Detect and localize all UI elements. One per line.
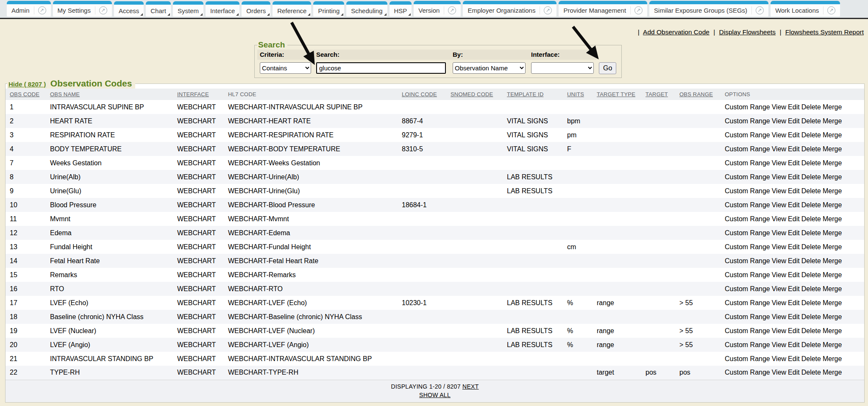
custom-range-link[interactable]: Custom Range <box>725 257 770 264</box>
merge-link[interactable]: Merge <box>823 131 842 139</box>
custom-range-link[interactable]: Custom Range <box>725 341 770 348</box>
custom-range-link[interactable]: Custom Range <box>725 145 770 153</box>
edit-link[interactable]: Edit <box>788 369 800 376</box>
custom-range-link[interactable]: Custom Range <box>725 369 770 376</box>
open-new-window-icon[interactable]: ↗ <box>38 6 46 14</box>
view-link[interactable]: View <box>772 131 786 139</box>
tab-orders[interactable]: Orders <box>242 1 270 17</box>
view-link[interactable]: View <box>772 355 786 362</box>
tab-similar-exposure-groups-segs[interactable]: Similar Exposure Groups (SEGs)↗ <box>649 1 768 17</box>
column-header-label-obs-name[interactable]: OBS NAME <box>50 91 80 97</box>
edit-link[interactable]: Edit <box>788 145 800 153</box>
delete-link[interactable]: Delete <box>801 285 821 292</box>
view-link[interactable]: View <box>772 327 786 334</box>
edit-link[interactable]: Edit <box>788 173 800 181</box>
tab-my-settings[interactable]: My Settings↗ <box>53 1 112 17</box>
hide-count-link[interactable]: Hide ( 8207 ) <box>8 81 46 88</box>
merge-link[interactable]: Merge <box>823 257 842 264</box>
delete-link[interactable]: Delete <box>801 271 821 278</box>
view-link[interactable]: View <box>772 159 786 167</box>
view-link[interactable]: View <box>772 201 786 209</box>
criteria-select[interactable]: Contains <box>260 62 311 74</box>
custom-range-link[interactable]: Custom Range <box>725 355 770 362</box>
delete-link[interactable]: Delete <box>801 257 821 264</box>
edit-link[interactable]: Edit <box>788 313 800 320</box>
view-link[interactable]: View <box>772 117 786 125</box>
column-header-label-obs-range[interactable]: OBS RANGE <box>679 91 713 97</box>
column-header-label-target[interactable]: TARGET <box>645 91 668 97</box>
delete-link[interactable]: Delete <box>801 243 821 250</box>
open-new-window-icon[interactable]: ↗ <box>827 6 835 14</box>
custom-range-link[interactable]: Custom Range <box>725 285 770 292</box>
edit-link[interactable]: Edit <box>788 103 800 111</box>
merge-link[interactable]: Merge <box>823 313 842 320</box>
custom-range-link[interactable]: Custom Range <box>725 215 770 222</box>
merge-link[interactable]: Merge <box>823 145 842 153</box>
delete-link[interactable]: Delete <box>801 369 821 376</box>
edit-link[interactable]: Edit <box>788 299 800 306</box>
open-new-window-icon[interactable]: ↗ <box>448 6 456 14</box>
tab-chart[interactable]: Chart <box>146 1 171 17</box>
search-input[interactable] <box>316 62 446 74</box>
tab-interface[interactable]: Interface <box>206 1 239 17</box>
column-header-label-interface[interactable]: INTERFACE <box>177 91 209 97</box>
view-link[interactable]: View <box>772 257 786 264</box>
view-link[interactable]: View <box>772 103 786 111</box>
open-new-window-icon[interactable]: ↗ <box>544 6 552 14</box>
merge-link[interactable]: Merge <box>823 243 842 250</box>
view-link[interactable]: View <box>772 215 786 222</box>
delete-link[interactable]: Delete <box>801 145 821 153</box>
merge-link[interactable]: Merge <box>823 159 842 167</box>
custom-range-link[interactable]: Custom Range <box>725 299 770 306</box>
edit-link[interactable]: Edit <box>788 187 800 195</box>
column-header-label-template-id[interactable]: TEMPLATE ID <box>507 91 543 97</box>
flowsheets-system-report-link[interactable]: Flowsheets System Report <box>785 28 864 36</box>
tab-printing[interactable]: Printing <box>313 1 344 17</box>
delete-link[interactable]: Delete <box>801 341 821 348</box>
delete-link[interactable]: Delete <box>801 299 821 306</box>
delete-link[interactable]: Delete <box>801 229 821 236</box>
display-flowsheets-link[interactable]: Display Flowsheets <box>719 28 776 36</box>
merge-link[interactable]: Merge <box>823 117 842 125</box>
edit-link[interactable]: Edit <box>788 229 800 236</box>
view-link[interactable]: View <box>772 341 786 348</box>
tab-reference[interactable]: Reference <box>273 1 311 17</box>
custom-range-link[interactable]: Custom Range <box>725 131 770 139</box>
custom-range-link[interactable]: Custom Range <box>725 229 770 236</box>
tab-hsp[interactable]: HSP <box>389 1 412 17</box>
view-link[interactable]: View <box>772 173 786 181</box>
edit-link[interactable]: Edit <box>788 215 800 222</box>
add-observation-code-link[interactable]: Add Observation Code <box>643 28 709 36</box>
edit-link[interactable]: Edit <box>788 117 800 125</box>
custom-range-link[interactable]: Custom Range <box>725 313 770 320</box>
edit-link[interactable]: Edit <box>788 257 800 264</box>
custom-range-link[interactable]: Custom Range <box>725 103 770 111</box>
delete-link[interactable]: Delete <box>801 173 821 181</box>
tab-work-locations[interactable]: Work Locations↗ <box>771 1 840 17</box>
view-link[interactable]: View <box>772 187 786 195</box>
edit-link[interactable]: Edit <box>788 159 800 167</box>
column-header-label-snomed-code[interactable]: SNOMED CODE <box>451 91 493 97</box>
edit-link[interactable]: Edit <box>788 243 800 250</box>
delete-link[interactable]: Delete <box>801 187 821 195</box>
tab-system[interactable]: System <box>173 1 203 17</box>
show-all-link[interactable]: SHOW ALL <box>419 392 451 398</box>
edit-link[interactable]: Edit <box>788 285 800 292</box>
merge-link[interactable]: Merge <box>823 341 842 348</box>
tab-version[interactable]: Version↗ <box>414 1 461 17</box>
tab-access[interactable]: Access <box>114 1 144 17</box>
column-header-label-target-type[interactable]: TARGET TYPE <box>597 91 635 97</box>
interface-select[interactable] <box>531 62 594 74</box>
custom-range-link[interactable]: Custom Range <box>725 187 770 195</box>
tab-admin[interactable]: Admin↗ <box>7 1 51 17</box>
edit-link[interactable]: Edit <box>788 341 800 348</box>
delete-link[interactable]: Delete <box>801 131 821 139</box>
next-link[interactable]: NEXT <box>462 383 479 390</box>
delete-link[interactable]: Delete <box>801 355 821 362</box>
column-header-label-loinc-code[interactable]: LOINC CODE <box>402 91 437 97</box>
tab-scheduling[interactable]: Scheduling <box>346 1 387 17</box>
view-link[interactable]: View <box>772 145 786 153</box>
view-link[interactable]: View <box>772 243 786 250</box>
delete-link[interactable]: Delete <box>801 159 821 167</box>
column-header-label-units[interactable]: UNITS <box>567 91 584 97</box>
